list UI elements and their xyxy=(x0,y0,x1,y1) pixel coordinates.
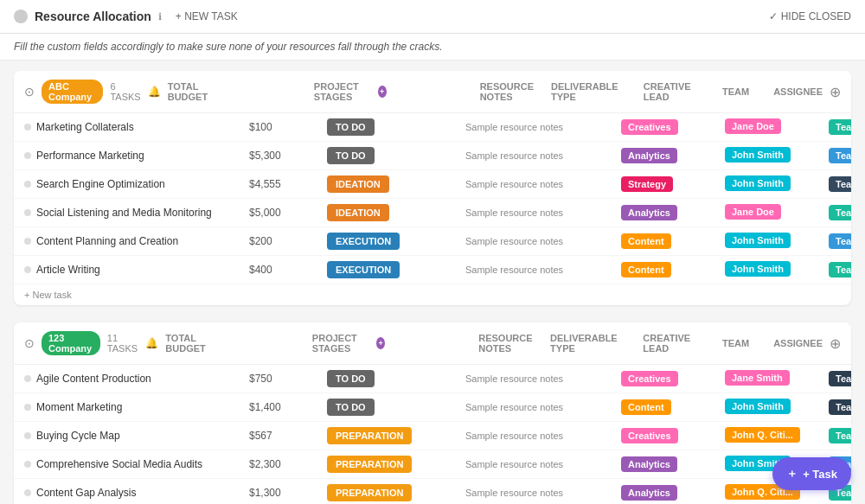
task-name: Agile Content Production xyxy=(24,373,249,385)
stage-badge: TO DO xyxy=(327,399,375,416)
subtitle-text: Fill the custom fields accordingly to ma… xyxy=(14,41,443,53)
table-row: Marketing Collaterals $100 TO DO Sample … xyxy=(14,113,851,142)
stage-label-abc: PROJECT STAGES + xyxy=(314,81,387,102)
task-dot xyxy=(24,432,31,439)
stage-badge: TO DO xyxy=(327,118,375,136)
stage-plus-icon-abc[interactable]: + xyxy=(378,86,387,98)
deliverable-type: Analytics xyxy=(621,485,725,501)
deliverable-type: Analytics xyxy=(621,148,725,163)
assignee-label-abc: ASSIGNEE xyxy=(773,86,823,97)
resource-notes: Sample resource notes xyxy=(465,207,621,218)
stage-badge: EXECUTION xyxy=(327,261,400,278)
resource-notes: Sample resource notes xyxy=(465,122,621,132)
lead-badge: John Smith xyxy=(725,147,791,163)
stage-plus-icon-123[interactable]: + xyxy=(376,337,385,349)
team-badge: Team Charlie xyxy=(829,428,851,443)
info-icon[interactable]: ℹ xyxy=(158,11,162,22)
table-row: Search Engine Optimization $4,555 IDEATI… xyxy=(14,170,851,199)
deliverable-type: Analytics xyxy=(621,205,725,220)
task-budget: $400 xyxy=(249,264,327,276)
task-budget: $750 xyxy=(249,373,327,385)
stage-badge: PREPARATION xyxy=(327,456,412,473)
creative-lead: John Smith xyxy=(725,147,829,165)
hide-closed-button[interactable]: ✓ HIDE CLOSED xyxy=(769,10,851,22)
task-name-text: Content Planning and Creation xyxy=(36,235,178,247)
deliverable-type: Creatives xyxy=(621,371,725,386)
task-name: Performance Marketing xyxy=(24,150,249,162)
resource-notes: Sample resource notes xyxy=(465,265,621,275)
team-badge: Team Charlie xyxy=(829,262,851,278)
lead-badge: John Smith xyxy=(725,233,791,248)
resource-notes: Sample resource notes xyxy=(465,431,621,441)
group-task-count-123: 11 TASKS xyxy=(107,333,138,354)
budget-icon-abc: 🔔 xyxy=(148,86,161,98)
table-row: Buying Cycle Map $567 PREPARATION Sample… xyxy=(14,422,851,450)
task-dot xyxy=(24,461,31,468)
type-badge: Creatives xyxy=(621,371,678,386)
task-budget: $5,300 xyxy=(249,150,327,162)
resource-notes: Sample resource notes xyxy=(465,459,621,469)
group-add-icon-abc[interactable]: ⊕ xyxy=(830,84,841,100)
stage-badge: IDEATION xyxy=(327,175,389,193)
main-content: ⊙ ABC Company 6 TASKS 🔔 TOTAL BUDGET PRO… xyxy=(0,61,865,504)
task-name: Marketing Collaterals xyxy=(24,121,249,133)
team-cell: Team Charlie xyxy=(829,119,851,135)
task-stage: TO DO xyxy=(327,399,465,416)
lead-badge: John Q. Citi... xyxy=(725,427,800,443)
task-budget: $4,555 xyxy=(249,178,327,190)
group-toggle-abc[interactable]: ⊙ xyxy=(24,85,35,99)
team-cell: Team Charlie xyxy=(829,262,851,278)
task-stage: PREPARATION xyxy=(327,427,465,444)
task-stage: IDEATION xyxy=(327,175,465,193)
budget-icon-123: 🔔 xyxy=(145,337,158,349)
creative-lead: Jane Smith xyxy=(725,370,829,388)
resource-notes: Sample resource notes xyxy=(465,236,621,246)
task-dot xyxy=(24,375,31,382)
task-budget: $1,400 xyxy=(249,401,327,413)
budget-label-abc: TOTAL BUDGET xyxy=(168,81,221,102)
new-task-label: + NEW TASK xyxy=(176,10,238,22)
task-name: Comprehensive Social Media Audits xyxy=(24,458,249,470)
task-stage: TO DO xyxy=(327,118,465,136)
resource-notes: Sample resource notes xyxy=(465,179,621,189)
notes-label-123: RESOURCE NOTES xyxy=(478,333,543,354)
assignee-label-123: ASSIGNEE xyxy=(773,338,823,348)
type-badge: Content xyxy=(621,233,671,249)
new-task-button[interactable]: + NEW TASK xyxy=(169,7,245,26)
task-stage: EXECUTION xyxy=(327,261,465,278)
page-title: Resource Allocation xyxy=(35,10,151,23)
type-badge: Analytics xyxy=(621,485,677,501)
group-toggle-123[interactable]: ⊙ xyxy=(24,336,35,350)
team-badge: Team Charlie xyxy=(829,205,851,220)
task-name-text: Performance Marketing xyxy=(36,150,144,162)
group-badge-abc: ABC Company xyxy=(42,80,103,104)
task-budget: $1,300 xyxy=(249,487,327,499)
deliverable-type: Strategy xyxy=(621,176,725,192)
team-cell: Team Delta xyxy=(829,176,851,192)
group-header-123: ⊙ 123 Company 11 TASKS 🔔 TOTAL BUDGET PR… xyxy=(14,322,851,365)
stage-label-123: PROJECT STAGES + xyxy=(312,333,385,354)
group-add-icon-123[interactable]: ⊕ xyxy=(830,335,841,352)
table-row: Agile Content Production $750 TO DO Samp… xyxy=(14,365,851,393)
type-label-abc: DELIVERABLE TYPE xyxy=(551,81,619,102)
type-badge: Creatives xyxy=(621,119,678,135)
resource-notes: Sample resource notes xyxy=(465,402,621,412)
new-task-link[interactable]: + New task xyxy=(14,284,851,305)
type-badge: Analytics xyxy=(621,456,677,472)
add-task-fab[interactable]: ＋ + Task xyxy=(772,457,851,490)
team-cell: Team Alpha xyxy=(829,233,851,249)
lead-badge: John Smith xyxy=(725,399,791,414)
team-badge: Team Alpha xyxy=(829,148,851,163)
task-budget: $5,000 xyxy=(249,207,327,219)
task-name: Content Gap Analysis xyxy=(24,487,249,499)
task-name-text: Search Engine Optimization xyxy=(36,178,165,190)
task-stage: TO DO xyxy=(327,370,465,387)
notes-label-abc: RESOURCE NOTES xyxy=(480,81,544,102)
task-budget: $567 xyxy=(249,430,327,442)
task-name: Buying Cycle Map xyxy=(24,430,249,442)
resource-notes: Sample resource notes xyxy=(465,488,621,498)
team-badge: Team Beta xyxy=(829,371,851,386)
task-dot xyxy=(24,152,31,159)
deliverable-type: Content xyxy=(621,262,725,278)
task-name: Social Listening and Media Monitoring xyxy=(24,207,249,219)
